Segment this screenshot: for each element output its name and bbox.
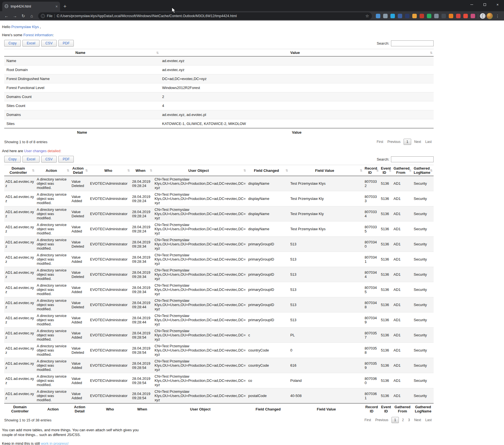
profile-globe-icon[interactable] [480,13,485,19]
page-last[interactable]: Last [423,417,434,423]
extension-icon[interactable] [434,14,439,18]
extension-icon[interactable] [412,14,417,18]
excel-button[interactable]: Excel [22,156,40,163]
sort-icon: ⇅ [376,169,379,172]
tab-close-icon[interactable]: × [56,4,58,9]
page-2[interactable]: 2 [400,417,406,423]
copy-button[interactable]: Copy [4,40,21,47]
extension-icon[interactable] [441,14,446,18]
column-header-field-changed[interactable]: Field Changed⇅ [247,165,289,176]
column-header-domain-controller[interactable]: Domain Controller⇅ [4,165,36,176]
forest-information-link[interactable]: Forest information [23,33,53,37]
reload-button[interactable]: ↻ [20,14,27,18]
table-cell: Value Deleted [70,176,89,191]
table-cell: A directory service object was modified. [36,312,70,328]
csv-button[interactable]: CSV [41,40,57,47]
page-next[interactable]: Next [412,417,423,423]
back-button[interactable]: ← [3,14,10,18]
user-changes-link[interactable]: User changes [24,149,47,153]
column-header-gathered-logname[interactable]: Gathered LogName⇅ [413,165,434,176]
extension-icon[interactable] [456,14,461,18]
extension-icon[interactable] [398,14,402,18]
table-cell: 8070332 [363,176,380,191]
close-button[interactable]: × [491,0,504,9]
column-header-user-object[interactable]: User Object⇅ [153,165,247,176]
work-in-progress-link[interactable]: work in progress! [41,441,69,445]
extension-icon[interactable] [405,14,409,18]
extension-icon[interactable] [390,14,395,18]
table-cell: 5136 [380,176,392,191]
page-next[interactable]: Next [412,139,423,145]
page-first[interactable]: First [363,417,373,423]
forest-intro-prefix: Here's some [2,33,23,37]
titlebar: tmp4424.html × + × [0,0,504,11]
column-header-record-id[interactable]: Record ID⇅ [363,165,380,176]
table-cell: CN=Test Przemyslaw Klys,OU=Users,OU=Prod… [153,388,247,403]
address-bar[interactable]: i File C:/Users/przemyslaw.klys/AppData/… [38,12,372,20]
new-tab-button[interactable]: + [63,4,66,9]
profile-avatar[interactable] [487,13,493,19]
home-button[interactable]: ⌂ [28,14,35,18]
column-header-value[interactable]: Value⇅ [160,49,434,56]
copy-button[interactable]: Copy [4,156,21,163]
search-input[interactable] [391,156,434,162]
pdf-button[interactable]: PDF [58,40,74,47]
page-previous[interactable]: Previous [385,139,402,145]
extension-icon[interactable] [420,14,424,18]
column-header-when[interactable]: When⇅ [131,165,153,176]
maximize-button[interactable] [478,0,491,9]
column-header-field-value: Field Value [289,403,363,415]
table-cell: Security [413,358,434,373]
table-cell: Security [413,222,434,237]
page-1[interactable]: 1 [404,139,411,145]
extension-icon[interactable] [471,14,475,18]
table-cell: AD1.ad.evotec.xyz [4,191,36,206]
search-label: Search: [377,41,389,45]
table-cell: Value Added [70,222,89,237]
table-cell: Security [413,206,434,222]
browser-tab[interactable]: tmp4424.html × [2,2,60,11]
extension-icon[interactable] [383,14,388,18]
column-header-gathered-from[interactable]: Gathered From⇅ [392,165,413,176]
bookmark-star-icon[interactable]: ☆ [365,13,369,19]
pdf-button[interactable]: PDF [58,156,74,163]
browser-window: tmp4424.html × + × ← → ↻ ⌂ i File C:/Use… [0,0,504,20]
table-cell: EVOTEC\Administrator [89,191,131,206]
table-row: AD1.ad.evotec.xyzA directory service obj… [4,312,434,328]
table-cell: AD1 [392,282,413,297]
column-header-name[interactable]: Name⇅ [4,49,160,56]
extension-icon[interactable] [376,14,380,18]
extension-icon[interactable] [449,14,453,18]
column-header-who[interactable]: Who⇅ [89,165,131,176]
column-header-gathered-from: Gathered From [392,403,413,415]
menu-icon[interactable]: ⋮ [494,14,501,18]
info-icon[interactable]: i [41,14,45,18]
sort-icon: ⇅ [430,51,432,54]
table-cell: 0 [289,343,363,358]
extension-icon[interactable] [463,14,468,18]
page-last[interactable]: Last [423,139,434,145]
page-previous[interactable]: Previous [373,417,390,423]
column-header-action[interactable]: Action⇅ [36,165,70,176]
column-header-action-detail[interactable]: Action Detail⇅ [70,165,89,176]
table-cell: Test Przemyslaw Kly [289,206,363,222]
greeting-name-link[interactable]: Przemyslaw Klys [11,25,39,29]
sort-icon: ⇅ [430,169,432,172]
search-input[interactable] [391,40,434,46]
wip-prefix: Keep in mind this is still [2,441,41,445]
page-3[interactable]: 3 [406,417,412,423]
page-content: Hello Przemyslaw Klys , Here's some Fore… [0,20,504,445]
page-first[interactable]: First [375,139,385,145]
table-cell: AD1.ad.evotec.xyz [4,282,36,297]
column-header-event-id[interactable]: Event ID⇅ [380,165,392,176]
page-1[interactable]: 1 [392,417,399,423]
extension-icon[interactable] [427,14,431,18]
column-header-name: Name [4,128,160,137]
table-cell: Security [413,176,434,191]
forward-button[interactable]: → [11,14,19,18]
changes-table-block: CopyExcelCSVPDF Search: Domain Controlle… [4,156,434,423]
excel-button[interactable]: Excel [22,40,40,47]
column-header-field-value[interactable]: Field Value⇅ [289,165,363,176]
minimize-button[interactable] [465,0,478,9]
csv-button[interactable]: CSV [41,156,57,163]
